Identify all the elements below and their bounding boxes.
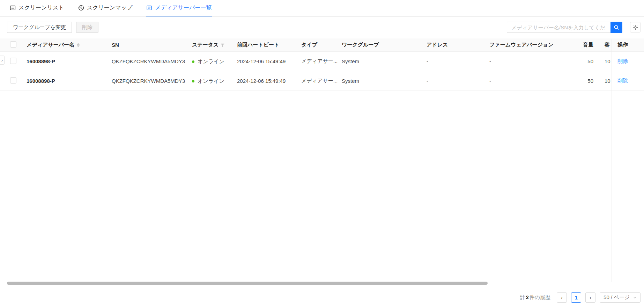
status-label: オンライン (198, 58, 224, 65)
table-row: 16008898-P QKZFQKZCRKYWMDA5MDY3 オンライン 20… (0, 71, 644, 91)
table-header-row: メディアサーバー名 SN ステータス 前回ハートビート タイプ ワークグループ … (0, 38, 644, 52)
checkbox-cell (0, 77, 21, 85)
change-workgroup-button[interactable]: ワークグループを変更 (7, 22, 72, 33)
heartbeat-cell: 2024-12-06 15:49:49 (231, 58, 296, 64)
heartbeat-column-header: 前回ハートビート (231, 42, 296, 48)
row-checkbox[interactable] (10, 58, 16, 64)
type-column-header: タイプ (296, 42, 336, 48)
workgroup-cell: System (336, 58, 421, 64)
type-cell: メディアサー... (296, 58, 336, 65)
pagination: 計2件の履歴 ‹ 1 › 50 / ページ (520, 292, 641, 303)
volume-cell: 50 (568, 58, 599, 64)
tab-screen-map[interactable]: スクリーンマップ (78, 0, 133, 16)
select-all-cell (0, 41, 21, 49)
tab-screen-list[interactable]: スクリーンリスト (10, 0, 64, 16)
workgroup-column-header: ワークグループ (336, 42, 421, 48)
firmware-column-header: ファームウェアバージョン (484, 42, 568, 48)
next-page-button[interactable]: › (585, 292, 595, 303)
screen-map-icon (78, 5, 84, 11)
type-cell: メディアサー... (296, 78, 336, 84)
status-column-header: ステータス (186, 42, 231, 48)
search-box (507, 22, 622, 33)
tab-bar: スクリーンリスト スクリーンマップ メディアサーバー一覧 (0, 0, 644, 17)
screen-list-icon (10, 5, 16, 11)
chevron-right-icon: › (590, 295, 591, 301)
workgroup-cell: System (336, 78, 421, 84)
status-cell: オンライン (186, 78, 231, 85)
actions-cell: 削除 (612, 71, 644, 91)
total-count-label: 計2件の履歴 (520, 294, 550, 301)
address-cell: - (421, 58, 484, 64)
settings-button[interactable] (630, 22, 641, 32)
sn-column-header: SN (106, 42, 186, 48)
horizontal-scrollbar-track[interactable] (0, 281, 644, 286)
delete-button[interactable]: 削除 (76, 22, 98, 33)
status-label: オンライン (198, 78, 224, 85)
prev-page-button[interactable]: ‹ (557, 292, 567, 303)
select-all-checkbox[interactable] (10, 41, 16, 48)
media-server-list-icon (146, 5, 152, 11)
volume-column-header: 音量 (568, 42, 599, 48)
actions-column-header: 操作 (612, 38, 644, 51)
row-checkbox[interactable] (10, 77, 16, 84)
filter-icon[interactable] (220, 43, 225, 48)
total-prefix: 計 (520, 294, 525, 300)
tab-label: スクリーンリスト (18, 4, 64, 12)
name-header-label: メディアサーバー名 (27, 42, 74, 48)
address-column-header: アドレス (421, 42, 484, 48)
search-button[interactable] (610, 22, 622, 33)
search-input[interactable] (507, 22, 610, 33)
media-server-table: メディアサーバー名 SN ステータス 前回ハートビート タイプ ワークグループ … (0, 38, 644, 91)
volume-cell: 50 (568, 78, 599, 84)
chevron-down-icon (633, 296, 637, 299)
firmware-cell: - (484, 78, 568, 84)
tab-label: メディアサーバー一覧 (155, 4, 212, 12)
sidebar-expand-handle[interactable]: › (0, 56, 5, 65)
page-size-select[interactable]: 50 / ページ (600, 292, 641, 303)
page-1-button[interactable]: 1 (571, 292, 581, 303)
sn-cell: QKZFQKZCRKYWMDA5MDY3 (106, 58, 186, 64)
online-status-dot (192, 80, 194, 82)
tab-label: スクリーンマップ (87, 4, 133, 12)
name-column-header: メディアサーバー名 (21, 42, 106, 48)
delete-link[interactable]: 削除 (617, 78, 628, 84)
status-header-label: ステータス (192, 42, 219, 48)
address-cell: - (421, 78, 484, 84)
status-cell: オンライン (186, 58, 231, 65)
chevron-right-icon: › (1, 58, 3, 63)
total-count: 2 (526, 294, 528, 300)
name-cell: 16008898-P (21, 58, 106, 64)
sort-icon[interactable] (77, 43, 80, 47)
chevron-left-icon: ‹ (561, 295, 563, 301)
gear-icon (632, 24, 638, 30)
tab-media-server-list[interactable]: メディアサーバー一覧 (146, 0, 212, 16)
heartbeat-cell: 2024-12-06 15:49:49 (231, 78, 296, 84)
media-server-management-screen: スクリーンリスト スクリーンマップ メディアサーバー一覧 ワークグループを変更 … (0, 0, 644, 304)
horizontal-scrollbar-thumb[interactable] (7, 282, 488, 285)
name-cell: 16008898-P (21, 78, 106, 84)
online-status-dot (192, 60, 194, 63)
delete-link[interactable]: 削除 (617, 58, 628, 65)
toolbar: ワークグループを変更 削除 (7, 22, 641, 33)
table-row: 16008898-P QKZFQKZCRKYWMDA5MDY3 オンライン 20… (0, 52, 644, 71)
sn-cell: QKZFQKZCRKYWMDA5MDY3 (106, 78, 186, 84)
firmware-cell: - (484, 58, 568, 64)
actions-cell: 削除 (612, 52, 644, 71)
search-icon (614, 24, 619, 30)
page-size-label: 50 / ページ (604, 294, 630, 301)
total-suffix: 件の履歴 (530, 294, 550, 300)
